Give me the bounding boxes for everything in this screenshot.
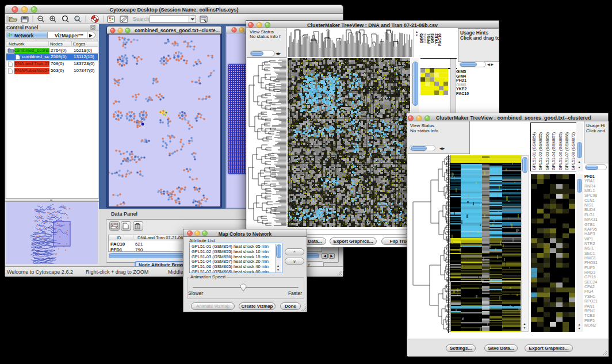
svg-text:1:1: 1:1 [75,17,79,20]
svg-text:Search:: Search: [133,16,151,22]
